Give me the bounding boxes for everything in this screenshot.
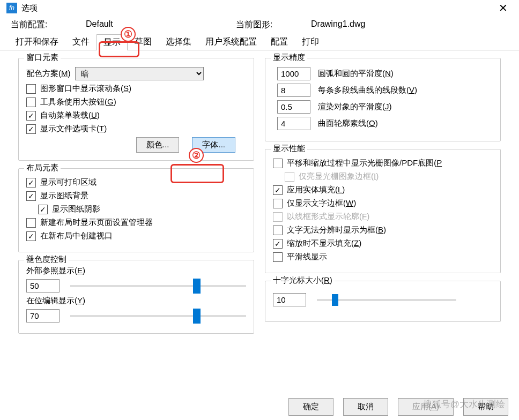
current-drawing-value: Drawing1.dwg <box>311 19 461 31</box>
xref-fade-label: 外部参照显示(E) <box>26 266 246 276</box>
current-drawing-label: 当前图形: <box>236 19 311 31</box>
wireframe-label: 以线框形式显示轮廓(F) <box>287 212 369 222</box>
group-crosshair-title: 十字光标大小(R) <box>271 275 335 286</box>
inplace-fade-input[interactable] <box>26 309 60 322</box>
solid-fill-label: 应用实体填充(L) <box>287 185 345 195</box>
tab-print[interactable]: 打印 <box>295 34 326 50</box>
surface-contour-label: 曲面轮廓素线(O) <box>318 118 378 129</box>
print-area-label: 显示可打印区域 <box>40 177 97 188</box>
tab-selection[interactable]: 选择集 <box>159 34 198 50</box>
group-performance: 显示性能 平移和缩放过程中显示光栅图像/PDF底图(P 仅亮显光栅图象边框(I)… <box>265 149 501 273</box>
scrollbar-checkbox[interactable] <box>26 84 36 94</box>
text-frame-checkbox[interactable] <box>273 199 283 208</box>
crosshair-input[interactable] <box>273 293 306 306</box>
current-profile-label: 当前配置: <box>11 19 86 31</box>
xref-fade-thumb[interactable] <box>193 279 201 294</box>
group-layout-elements-title: 布局元素 <box>24 163 61 173</box>
large-buttons-label: 工具条使用大按钮(G) <box>40 97 116 107</box>
print-area-checkbox[interactable] <box>26 178 36 188</box>
large-buttons-checkbox[interactable] <box>26 98 36 107</box>
smooth-lines-label: 平滑线显示 <box>287 252 327 262</box>
paper-bg-label: 显示图纸背景 <box>40 191 88 201</box>
polyline-segments-input[interactable] <box>277 84 310 97</box>
text-boxes-checkbox[interactable] <box>273 226 283 235</box>
auto-menu-checkbox[interactable] <box>26 111 36 121</box>
create-viewport-label: 在新布局中创建视口 <box>40 231 113 241</box>
group-window-elements-title: 窗口元素 <box>24 52 61 63</box>
auto-menu-label: 自动菜单装载(U) <box>40 110 100 121</box>
page-setup-checkbox[interactable] <box>26 218 36 228</box>
render-smoothness-label: 渲染对象的平滑度(J) <box>318 102 392 112</box>
no-fill-zoom-checkbox[interactable] <box>273 239 283 249</box>
group-crosshair: 十字光标大小(R) <box>265 281 501 322</box>
arc-smoothness-label: 圆弧和圆的平滑度(N) <box>318 69 394 79</box>
group-layout-elements: 布局元素 显示可打印区域 显示图纸背景 显示图纸阴影 新建布局时显示页面设置管理… <box>18 168 254 252</box>
inplace-fade-label: 在位编辑显示(Y) <box>26 296 246 306</box>
inplace-fade-thumb[interactable] <box>193 309 201 324</box>
text-boxes-label: 文字无法分辨时显示为框(B) <box>287 225 386 235</box>
tab-bar: 打开和保存 文件 显示 草图 选择集 用户系统配置 配置 打印 <box>0 34 519 50</box>
highlight-frame-label: 仅亮显光栅图象边框(I) <box>299 171 379 182</box>
highlight-frame-checkbox <box>285 172 294 182</box>
group-window-elements: 窗口元素 配色方案(M) 暗 图形窗口中显示滚动条(S) 工具条使用大按钮(G)… <box>18 58 254 161</box>
paper-bg-checkbox[interactable] <box>26 191 36 201</box>
create-viewport-checkbox[interactable] <box>26 231 36 241</box>
smooth-lines-checkbox[interactable] <box>273 252 283 262</box>
app-icon: fn <box>6 3 17 13</box>
pan-zoom-raster-label: 平移和缩放过程中显示光栅图像/PDF底图(P <box>287 158 442 168</box>
paper-shadow-checkbox[interactable] <box>38 205 48 214</box>
wireframe-checkbox <box>273 212 283 222</box>
font-button[interactable]: 字体... <box>192 137 235 153</box>
crosshair-slider[interactable] <box>317 299 456 301</box>
tab-file[interactable]: 文件 <box>65 34 97 50</box>
color-button[interactable]: 颜色... <box>136 137 180 153</box>
pan-zoom-raster-checkbox[interactable] <box>273 159 283 168</box>
tab-open-save[interactable]: 打开和保存 <box>9 34 65 50</box>
xref-fade-slider[interactable] <box>70 285 246 287</box>
color-scheme-label: 配色方案(M) <box>26 69 71 79</box>
current-profile-value: Default <box>86 19 236 31</box>
help-button[interactable]: 帮助 <box>463 398 508 416</box>
surface-contour-input[interactable] <box>277 117 310 130</box>
page-setup-label: 新建布局时显示页面设置管理器 <box>40 218 153 228</box>
close-icon[interactable]: ✕ <box>492 2 514 14</box>
group-precision-title: 显示精度 <box>271 52 307 63</box>
group-precision: 显示精度 圆弧和圆的平滑度(N) 每条多段线曲线的线段数(V) 渲染对象的平滑度… <box>265 58 501 141</box>
group-fade-control-title: 褪色度控制 <box>24 254 69 265</box>
tab-draft[interactable]: 草图 <box>128 34 159 50</box>
crosshair-thumb[interactable] <box>332 294 338 306</box>
header-row: 当前配置: Default 当前图形: Drawing1.dwg <box>0 16 519 34</box>
scrollbar-label: 图形窗口中显示滚动条(S) <box>40 84 131 94</box>
window-title: 选项 <box>21 3 492 13</box>
tab-config[interactable]: 配置 <box>264 34 295 50</box>
solid-fill-checkbox[interactable] <box>273 185 283 195</box>
file-tabs-label: 显示文件选项卡(T) <box>40 124 107 134</box>
arc-smoothness-input[interactable] <box>277 67 310 80</box>
color-scheme-select[interactable]: 暗 <box>75 67 204 80</box>
tab-display[interactable]: 显示 <box>97 34 128 50</box>
inplace-fade-slider[interactable] <box>70 315 246 317</box>
dialog-footer: 确定 取消 应用(A) 帮助 <box>288 398 508 416</box>
tab-user-config[interactable]: 用户系统配置 <box>198 34 264 50</box>
no-fill-zoom-label: 缩放时不显示填充(Z) <box>287 238 361 249</box>
group-performance-title: 显示性能 <box>271 144 307 154</box>
group-fade-control: 褪色度控制 外部参照显示(E) 在位编辑显示(Y) <box>18 260 254 334</box>
cancel-button[interactable]: 取消 <box>343 398 388 416</box>
paper-shadow-label: 显示图纸阴影 <box>52 204 100 214</box>
render-smoothness-input[interactable] <box>277 100 310 114</box>
polyline-segments-label: 每条多段线曲线的线段数(V) <box>318 85 417 95</box>
ok-button[interactable]: 确定 <box>288 398 333 416</box>
titlebar: fn 选项 ✕ <box>0 0 519 16</box>
file-tabs-checkbox[interactable] <box>26 124 36 134</box>
xref-fade-input[interactable] <box>26 279 60 292</box>
text-frame-label: 仅显示文字边框(W) <box>287 198 356 208</box>
apply-button: 应用(A) <box>398 398 454 416</box>
